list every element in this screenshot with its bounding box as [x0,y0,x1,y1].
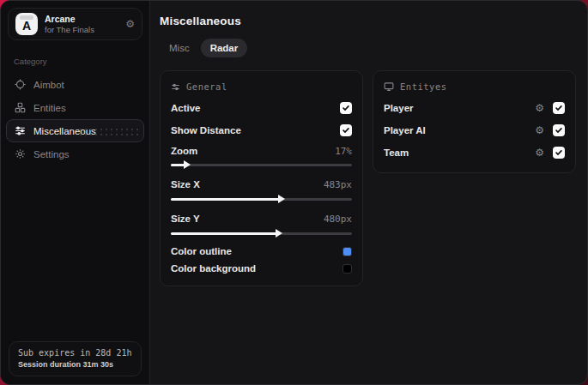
entity-row-team: Team ⚙ [384,141,565,164]
entities-panel-title: Entityes [400,81,447,92]
setting-label: Color outline [171,246,232,256]
size-x-value: 483px [324,179,352,190]
setting-row-zoom: Zoom 17% [171,141,352,160]
app-window: A Arcane for The Finals ⚙ Category Aimbo… [0,0,588,385]
check-icon [555,148,563,157]
sidebar-item-label: Settings [33,149,70,159]
setting-label: Size Y [171,214,200,224]
tab-misc[interactable]: Misc [160,39,199,57]
general-panel-icon [171,82,180,92]
tab-radar[interactable]: Radar [201,39,248,57]
setting-label: Show Distance [171,125,241,135]
size-x-slider-thumb[interactable] [278,195,285,203]
crosshair-icon [15,79,26,90]
size-y-slider[interactable] [171,230,352,238]
setting-label: Size X [171,179,200,189]
check-icon [555,126,563,135]
setting-label: Zoom [171,146,197,156]
app-header-card: A Arcane for The Finals ⚙ [8,8,142,40]
zoom-value: 17% [335,146,352,157]
sidebar-item-label: Miscellaneous [33,126,96,136]
tab-bar: Misc Radar [160,39,576,57]
entity-label: Team [384,147,409,158]
main-content: Miscellaneous Misc Radar General Active [150,1,588,384]
check-icon [342,104,350,112]
check-icon [342,126,350,135]
color-outline-swatch[interactable] [342,247,352,256]
zoom-slider-thumb[interactable] [184,160,191,169]
setting-row-color-outline: Color outline [171,243,352,260]
setting-row-color-background: Color background [171,260,352,277]
sidebar-item-label: Entities [33,103,66,113]
subscription-status-card: Sub expires in 28d 21h Session duration … [9,341,142,376]
show-distance-checkbox[interactable] [340,124,352,136]
setting-row-show-distance: Show Distance [171,119,352,141]
player-ai-settings-icon[interactable]: ⚙ [535,125,544,135]
player-ai-checkbox[interactable] [553,124,565,136]
color-background-swatch[interactable] [342,264,352,274]
general-panel-title: General [186,81,227,92]
sidebar-item-label: Aimbot [33,80,64,90]
entity-row-player: Player ⚙ [384,97,565,119]
app-subtitle: for The Finals [45,25,118,34]
active-checkbox[interactable] [340,102,352,114]
entities-panel: Entityes Player ⚙ Player AI ⚙ [373,70,576,173]
sidebar: A Arcane for The Finals ⚙ Category Aimbo… [1,1,150,384]
sliders-icon [15,125,26,136]
sub-expires-text: Sub expires in 28d 21h [18,348,132,358]
size-y-value: 480px [324,214,352,225]
entity-label: Player AI [384,125,426,135]
category-label: Category [14,57,149,66]
app-name: Arcane [45,14,118,24]
sidebar-item-entities[interactable]: Entities [6,96,144,119]
boxes-icon [15,102,26,113]
session-duration-text: Session duration 31m 30s [18,360,132,369]
team-settings-icon[interactable]: ⚙ [535,147,544,158]
monitor-icon [384,81,394,92]
setting-label: Active [171,103,201,113]
app-settings-icon[interactable]: ⚙ [125,19,135,29]
size-y-slider-thumb[interactable] [276,229,282,238]
sidebar-item-settings[interactable]: Settings [6,142,144,165]
setting-row-active: Active [171,97,352,119]
entity-label: Player [384,103,414,113]
entity-row-player-ai: Player AI ⚙ [384,119,565,141]
check-icon [555,104,563,112]
gear-icon [15,148,26,159]
setting-row-size-x: Size X 483px [171,174,352,195]
player-settings-icon[interactable]: ⚙ [535,103,544,113]
zoom-slider[interactable] [171,161,352,169]
sidebar-item-miscellaneous[interactable]: Miscellaneous [6,119,144,142]
setting-label: Color background [171,263,256,274]
setting-row-size-y: Size Y 480px [171,208,352,229]
general-panel: General Active Show Distance Zoom [160,70,363,286]
player-checkbox[interactable] [553,102,565,114]
sidebar-item-aimbot[interactable]: Aimbot [6,73,144,96]
team-checkbox[interactable] [553,147,565,159]
app-logo: A [15,13,38,35]
page-title: Miscellaneous [160,15,576,27]
size-x-slider[interactable] [171,196,352,203]
sidebar-nav: Aimbot Entities Miscellaneous [1,73,149,165]
